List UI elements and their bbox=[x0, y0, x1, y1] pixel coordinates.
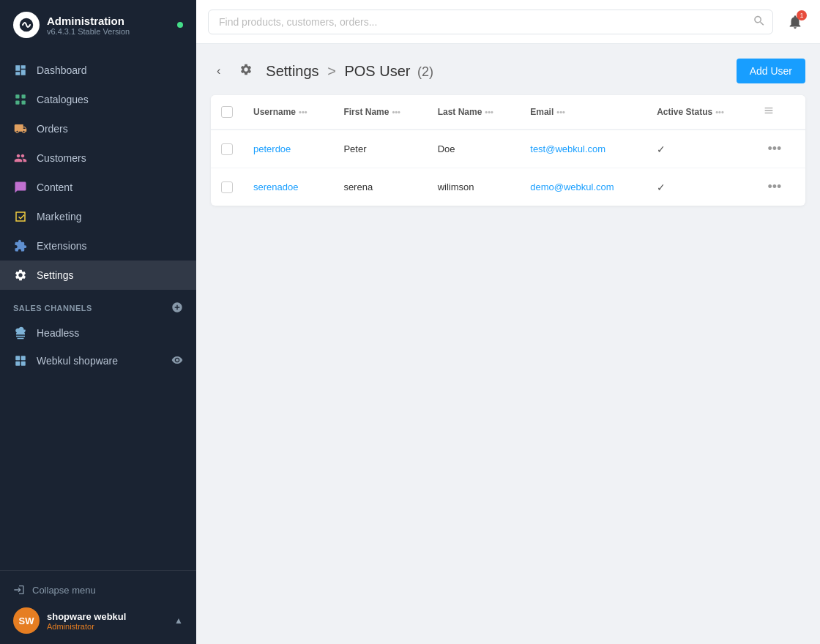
chevron-up-icon: ▲ bbox=[174, 615, 183, 626]
cell-status-0: ✓ bbox=[646, 130, 753, 168]
sidebar-item-settings[interactable]: Settings bbox=[0, 261, 196, 290]
sidebar-item-label: Extensions bbox=[37, 240, 86, 252]
pos-user-table: Username ••• First Name ••• bbox=[211, 95, 805, 206]
cell-email-0: test@webkul.com bbox=[520, 130, 646, 168]
svg-rect-8 bbox=[21, 362, 26, 366]
active-checkmark: ✓ bbox=[657, 181, 666, 193]
eye-icon[interactable] bbox=[171, 354, 183, 368]
customers-icon bbox=[13, 151, 28, 165]
avatar: SW bbox=[13, 607, 40, 634]
user-profile[interactable]: SW shopware webkul Administrator ▲ bbox=[13, 600, 183, 635]
col-firstname: First Name ••• bbox=[333, 95, 427, 130]
page-header: ‹ Settings > POS User (2) Add User bbox=[211, 59, 805, 83]
email-col-menu[interactable]: ••• bbox=[556, 108, 565, 116]
sidebar-item-webkul-shopware[interactable]: Webkul shopware bbox=[0, 347, 196, 375]
back-button[interactable]: ‹ bbox=[211, 61, 226, 80]
gear-icon bbox=[239, 63, 253, 76]
search-button[interactable] bbox=[753, 14, 766, 29]
col-active-status: Active Status ••• bbox=[646, 95, 753, 130]
user-info: shopware webkul Administrator bbox=[47, 611, 167, 631]
cell-rowmenu-0: ••• bbox=[753, 130, 805, 168]
breadcrumb-separator: > bbox=[327, 63, 336, 79]
breadcrumb: Settings > POS User (2) bbox=[266, 63, 433, 80]
webkul-label: Webkul shopware bbox=[37, 355, 118, 367]
active-checkmark: ✓ bbox=[657, 143, 666, 155]
sidebar-item-extensions[interactable]: Extensions bbox=[0, 231, 196, 261]
app-logo bbox=[13, 12, 40, 38]
select-all-header bbox=[211, 95, 243, 130]
headless-label: Headless bbox=[37, 327, 79, 339]
sidebar-item-headless[interactable]: Headless bbox=[0, 319, 196, 347]
firstname-col-menu[interactable]: ••• bbox=[392, 108, 400, 116]
status-col-menu[interactable]: ••• bbox=[715, 108, 724, 116]
cell-email-1: demo@webkul.com bbox=[520, 168, 646, 206]
lastname-col-menu[interactable]: ••• bbox=[485, 108, 493, 116]
content-area: ‹ Settings > POS User (2) Add User bbox=[196, 44, 820, 644]
main-nav: Dashboard Catalogues Orders Customers bbox=[0, 50, 196, 570]
search-input[interactable] bbox=[208, 10, 773, 34]
sidebar-item-customers[interactable]: Customers bbox=[0, 143, 196, 173]
collapse-menu-btn[interactable]: Collapse menu bbox=[13, 580, 183, 600]
cell-username-1: serenadoe bbox=[243, 168, 333, 206]
cell-status-1: ✓ bbox=[646, 168, 753, 206]
cell-username-0: peterdoe bbox=[243, 130, 333, 168]
svg-rect-6 bbox=[21, 356, 26, 360]
sidebar-footer: Collapse menu SW shopware webkul Adminis… bbox=[0, 570, 196, 644]
row-checkbox-cell-0 bbox=[211, 130, 243, 168]
settings-icon bbox=[13, 268, 28, 282]
sidebar-item-label: Orders bbox=[37, 123, 68, 135]
table-settings-button[interactable] bbox=[763, 105, 775, 119]
svg-rect-1 bbox=[15, 94, 19, 98]
add-sales-channel-icon[interactable] bbox=[171, 302, 183, 315]
svg-rect-5 bbox=[15, 356, 20, 360]
app-name: Administration bbox=[47, 15, 170, 27]
select-all-checkbox[interactable] bbox=[221, 106, 233, 118]
table-settings-icon bbox=[763, 105, 775, 116]
svg-rect-2 bbox=[22, 94, 26, 98]
add-user-button[interactable]: Add User bbox=[737, 59, 805, 83]
row-menu-button-0[interactable]: ••• bbox=[763, 140, 786, 158]
svg-rect-3 bbox=[15, 101, 19, 105]
sidebar-item-label: Marketing bbox=[37, 211, 81, 222]
sidebar-item-marketing[interactable]: Marketing bbox=[0, 202, 196, 231]
extensions-icon bbox=[13, 239, 28, 253]
user-role: Administrator bbox=[47, 622, 167, 631]
cell-lastname-1: wilimson bbox=[428, 168, 521, 206]
username-col-menu[interactable]: ••• bbox=[299, 108, 308, 116]
sidebar-header: Administration v6.4.3.1 Stable Version bbox=[0, 0, 196, 50]
breadcrumb-parent: Settings bbox=[266, 63, 318, 79]
row-checkbox-1[interactable] bbox=[221, 181, 233, 193]
col-username: Username ••• bbox=[243, 95, 333, 130]
user-name: shopware webkul bbox=[47, 611, 167, 622]
row-menu-button-1[interactable]: ••• bbox=[763, 178, 786, 196]
page-settings-button[interactable] bbox=[234, 60, 258, 82]
catalogues-icon bbox=[13, 92, 28, 107]
sales-channels-section: Sales Channels bbox=[0, 290, 196, 319]
topbar: 1 bbox=[196, 0, 820, 44]
sidebar-item-content[interactable]: Content bbox=[0, 173, 196, 202]
sidebar-item-label: Dashboard bbox=[37, 64, 87, 76]
sidebar-item-catalogues[interactable]: Catalogues bbox=[0, 85, 196, 114]
cell-firstname-1: serena bbox=[333, 168, 427, 206]
online-indicator bbox=[177, 22, 183, 28]
sidebar-item-dashboard[interactable]: Dashboard bbox=[0, 56, 196, 85]
search-container bbox=[208, 10, 773, 34]
row-checkbox-cell-1 bbox=[211, 168, 243, 206]
orders-icon bbox=[13, 121, 28, 136]
svg-rect-7 bbox=[15, 362, 20, 366]
sidebar: Administration v6.4.3.1 Stable Version D… bbox=[0, 0, 196, 644]
content-icon bbox=[13, 180, 28, 195]
sidebar-item-label: Catalogues bbox=[37, 94, 89, 105]
svg-rect-4 bbox=[22, 101, 26, 105]
table-row: peterdoe Peter Doe test@webkul.com ✓ ••• bbox=[211, 130, 805, 168]
row-checkbox-0[interactable] bbox=[221, 143, 233, 155]
app-title: Administration v6.4.3.1 Stable Version bbox=[47, 15, 170, 36]
breadcrumb-current: POS User bbox=[344, 63, 410, 79]
breadcrumb-count: (2) bbox=[417, 64, 433, 79]
sidebar-item-orders[interactable]: Orders bbox=[0, 114, 196, 143]
notification-button[interactable]: 1 bbox=[782, 9, 808, 35]
marketing-icon bbox=[13, 209, 28, 224]
col-email: Email ••• bbox=[520, 95, 646, 130]
search-icon bbox=[753, 14, 766, 27]
col-actions bbox=[753, 95, 805, 130]
